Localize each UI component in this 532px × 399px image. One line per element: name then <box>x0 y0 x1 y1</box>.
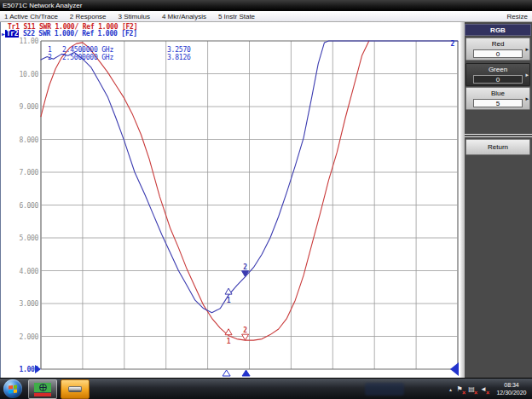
marker1-value: 3.2570 <box>167 47 191 54</box>
svg-text:1: 1 <box>227 338 231 345</box>
svg-text:2: 2 <box>243 263 247 271</box>
desktop: E5071C Network Analyzer 1 Active Ch/Trac… <box>0 0 532 399</box>
softkey-blue-value: 5 <box>473 99 523 107</box>
y-axis-label: 4.000 <box>6 268 38 275</box>
menu-response[interactable]: 2 Response <box>70 13 107 20</box>
system-tray: ▴ ⚑× ▤× ◄× 08:34 12/30/2020 <box>449 379 530 399</box>
softkey-red-value: 0 <box>473 49 523 58</box>
y-axis-label: 10.00 <box>6 71 38 78</box>
menu-stimulus[interactable]: 3 Stimulus <box>119 13 150 20</box>
error-badge: × <box>462 390 466 396</box>
marker1-readout-row: 12.4500000 GHz3.2570 <box>48 47 191 54</box>
network-icon[interactable]: ▤× <box>467 385 476 394</box>
error-badge: × <box>474 390 477 396</box>
softkey-green-value: 0 <box>473 75 523 84</box>
taskbar-drive-app-button[interactable] <box>61 379 90 399</box>
y-axis-label: 11.00 <box>6 38 38 45</box>
start-button[interactable] <box>3 379 22 398</box>
y-axis-label: 2.000 <box>6 333 38 341</box>
titlebar: E5071C Network Analyzer <box>0 0 532 11</box>
y-axis-label: 8.000 <box>6 136 38 144</box>
taskbar-blur-patch <box>365 383 404 396</box>
svg-text:1: 1 <box>227 297 231 304</box>
svg-text:2: 2 <box>243 327 247 334</box>
swr-chart: 12122 <box>1 22 461 378</box>
y-axis-label: 5.000 <box>6 234 38 242</box>
return-button[interactable]: Return <box>466 139 530 155</box>
menu-active-ch-trace[interactable]: 1 Active Ch/Trace <box>4 13 58 20</box>
disk-drive-icon <box>68 386 82 392</box>
chevron-right-icon: ▸ <box>525 72 529 78</box>
menu-resize[interactable]: Resize <box>507 11 528 22</box>
chevron-right-icon: ▸ <box>525 95 529 102</box>
marker2-value: 3.8126 <box>167 55 191 61</box>
softkey-blue-label: Blue <box>466 88 529 99</box>
taskbar: ▴ ⚑× ▤× ◄× 08:34 12/30/2020 <box>0 378 532 399</box>
softkey-red-label: Red <box>466 38 529 49</box>
action-center-flag-icon[interactable]: ⚑× <box>455 385 464 394</box>
marker1-number: 1 <box>48 47 62 54</box>
y-axis-label: 6.000 <box>6 202 38 210</box>
softkey-blue[interactable]: Blue 5 ▸ <box>466 87 530 110</box>
marker2-readout-row: 22.5000000 GHz3.8126 <box>48 55 191 61</box>
marker1-freq: 2.4500000 GHz <box>62 47 167 54</box>
softkey-red[interactable]: Red 0 ▸ <box>466 38 530 61</box>
menu-mkr-analysis[interactable]: 4 Mkr/Analysis <box>162 13 206 20</box>
error-badge: × <box>486 390 489 396</box>
tray-date: 12/30/2020 <box>493 390 530 397</box>
softkey-separator <box>465 134 532 137</box>
smith-chart-icon <box>39 384 47 391</box>
y-axis-label: 9.000 <box>6 103 38 111</box>
marker2-freq: 2.5000000 GHz <box>62 55 167 61</box>
softkey-green[interactable]: Green 0 ▸ <box>466 63 530 86</box>
show-hidden-icons-button[interactable]: ▴ <box>449 386 452 392</box>
window-title: E5071C Network Analyzer <box>3 2 82 9</box>
menu-instr-state[interactable]: 5 Instr State <box>218 13 255 20</box>
taskbar-analyzer-app-button[interactable] <box>28 379 57 399</box>
softkey-menu-title: RGB <box>465 24 531 36</box>
chevron-right-icon: ▸ <box>525 46 529 53</box>
y-axis-label: 1.000 <box>6 366 38 373</box>
menubar: 1 Active Ch/Trace 2 Response 3 Stimulus … <box>0 11 532 22</box>
y-axis-label: 7.000 <box>6 169 38 176</box>
clock[interactable]: 08:34 12/30/2020 <box>493 382 530 396</box>
softkey-green-label: Green <box>466 64 529 75</box>
marker-readout: 12.4500000 GHz3.2570 22.5000000 GHz3.812… <box>48 47 191 61</box>
y-axis-label: 3.000 <box>6 300 38 308</box>
windows-logo-icon <box>9 385 17 393</box>
analyzer-screen: 12122 Tr1 S11 SWR 1.000/ Ref 1.000 [F2] … <box>0 22 460 378</box>
svg-text:2: 2 <box>451 40 455 48</box>
softkey-sidebar: RGB Red 0 ▸ Green 0 ▸ Blue 5 ▸ Return <box>460 22 532 378</box>
tray-time: 08:34 <box>493 382 530 390</box>
volume-icon[interactable]: ◄× <box>479 385 488 394</box>
marker2-number: 2 <box>48 55 62 61</box>
network-analyzer-app-icon <box>34 383 51 396</box>
